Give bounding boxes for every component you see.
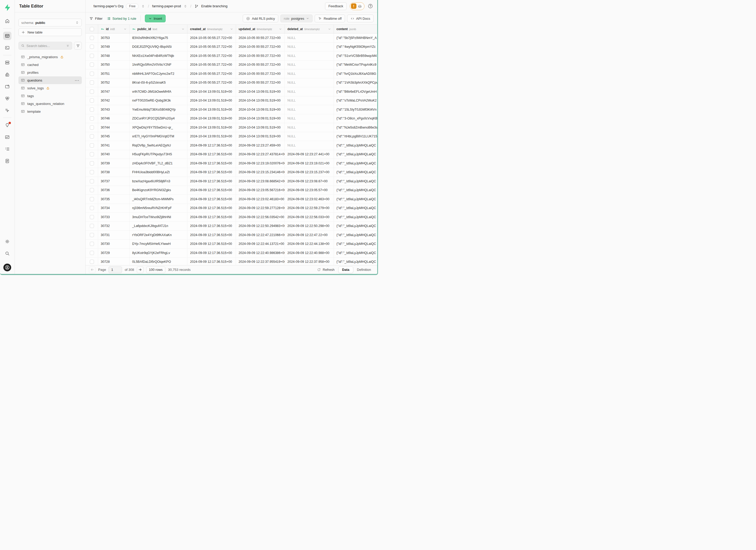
project-switcher-icon[interactable]	[184, 4, 187, 8]
cell-public-id[interactable]: RiqOV6p_5wihLeIAEQyhU	[130, 141, 187, 150]
cell-content[interactable]: {"id":"_Id9aLyJpMHQLaiQC	[334, 204, 377, 213]
cell-deleted-at[interactable]: NULL	[285, 105, 334, 114]
schema-selector[interactable]: schema: public	[18, 19, 82, 26]
cell-content[interactable]: {"id":"_Id9aLyJpMHQLaiQC	[334, 240, 377, 249]
cell-updated-at[interactable]: 2024-09-09 12:23:08.668542+00	[236, 177, 285, 186]
nav-database[interactable]	[3, 58, 11, 67]
cell-updated-at[interactable]: 2024-09-09 12:22:59.277128+00	[236, 204, 285, 213]
cell-content[interactable]: {"id":"MeWCriorTPopA4Kc9	[334, 61, 377, 69]
cell-id[interactable]: 30738	[98, 168, 130, 177]
cell-id[interactable]: 30733	[98, 213, 130, 222]
cell-public-id[interactable]: zHDq4c0F0VBF_TL2_dBZ1	[130, 159, 187, 168]
account-avatar[interactable]	[3, 264, 11, 271]
cell-public-id[interactable]: YwEmuWdqT38XoSB048QYp	[130, 105, 187, 114]
cell-deleted-at[interactable]: 2024-09-09 12:22:40.988+00	[285, 249, 334, 257]
cell-created-at[interactable]: 2024-09-09 12:17:36.515+00	[187, 249, 236, 257]
cell-content[interactable]: {"id":"4wyNgK55lOfrpmYZc	[334, 43, 377, 51]
row-checkbox-cell[interactable]	[86, 231, 98, 239]
cell-id[interactable]: 30740	[98, 150, 130, 159]
cell-public-id[interactable]: nj336mN5reuRVNZrKHFpF	[130, 204, 187, 213]
enable-branching-button[interactable]: Enable branching	[201, 4, 227, 8]
cell-public-id[interactable]: 8KraI-tSI-6-pSZcknaK5	[130, 78, 187, 87]
cell-public-id[interactable]: FHHUioa3bidd00BHyLeZt	[130, 168, 187, 177]
sidebar-table-item[interactable]: profiles	[18, 69, 82, 76]
cell-created-at[interactable]: 2024-10-05 00:55:27.722+00	[187, 43, 236, 51]
cell-created-at[interactable]: 2024-09-09 12:17:36.515+00	[187, 168, 236, 177]
sidebar-table-item[interactable]: tags_questions_relation	[18, 100, 82, 108]
api-docs-button[interactable]: API Docs	[347, 15, 374, 22]
cell-id[interactable]: 30739	[98, 159, 130, 168]
cell-updated-at[interactable]: 2024-09-09 12:22:44.13721+00	[236, 240, 285, 249]
help-icon[interactable]	[368, 3, 373, 9]
cell-id[interactable]: 30750	[98, 61, 130, 69]
cell-content[interactable]: {"id":"_Id9aLyJpMHQLaiQC	[334, 177, 377, 186]
search-icon[interactable]	[3, 249, 11, 258]
cell-public-id[interactable]: 3muDHTceTWso9lZj8hHNI	[130, 213, 187, 222]
table-filter-button[interactable]	[74, 42, 82, 50]
cell-created-at[interactable]: 2024-09-09 12:17:36.515+00	[187, 195, 236, 204]
cell-public-id[interactable]: lEfA0sRh9hIXf62Y6ga75	[130, 33, 187, 42]
cell-updated-at[interactable]: 2024-09-09 12:23:19.020076+00	[236, 159, 285, 168]
cell-created-at[interactable]: 2024-09-09 12:17:36.515+00	[187, 240, 236, 249]
notifications-button[interactable]: !	[350, 2, 365, 10]
chevron-down-icon[interactable]	[230, 28, 233, 31]
role-selector-button[interactable]: role postgres	[280, 15, 313, 22]
cell-created-at[interactable]: 2024-10-05 00:55:27.722+00	[187, 69, 236, 78]
cell-deleted-at[interactable]: 2024-09-09 12:23:15.237+00	[285, 168, 334, 177]
cell-content[interactable]: {"id":"_Id9aLyJpMHQLaiQC	[334, 231, 377, 239]
new-table-button[interactable]: New table	[18, 28, 82, 36]
cell-created-at[interactable]: 2024-10-04 13:09:01.519+00	[187, 132, 236, 141]
cell-public-id[interactable]: rYbORF2e4YgDt9fKAXaKn	[130, 231, 187, 239]
cell-deleted-at[interactable]: NULL	[285, 78, 334, 87]
cell-created-at[interactable]: 2024-09-09 12:17:36.515+00	[187, 213, 236, 222]
cell-deleted-at[interactable]: NULL	[285, 69, 334, 78]
cell-deleted-at[interactable]: 2024-09-09 12:22:59.279+00	[285, 204, 334, 213]
row-checkbox-cell[interactable]	[86, 240, 98, 249]
row-checkbox-cell[interactable]	[86, 105, 98, 114]
cell-updated-at[interactable]: 2024-10-05 00:55:27.722+00	[236, 69, 285, 78]
next-page-button[interactable]	[137, 266, 144, 273]
cell-updated-at[interactable]: 2024-10-05 00:55:27.722+00	[236, 51, 285, 60]
nav-reports[interactable]	[3, 133, 11, 141]
nav-table-editor[interactable]	[3, 32, 11, 40]
sort-button[interactable]: Sorted by 1 rule	[107, 17, 136, 21]
nav-sql-editor[interactable]	[3, 44, 11, 52]
cell-deleted-at[interactable]: NULL	[285, 43, 334, 51]
cell-content[interactable]: {"id":"15LSIyT0JGMf3Kl4Vn	[334, 105, 377, 114]
cell-public-id[interactable]: 1hnRQjxSRm2V0VticY2NF	[130, 61, 187, 69]
cell-updated-at[interactable]: 2024-09-09 12:23:02.46183+00	[236, 195, 285, 204]
cell-deleted-at[interactable]: NULL	[285, 132, 334, 141]
cell-public-id[interactable]: nxFT002ISeRE-Qobg3K3k	[130, 96, 187, 105]
chevron-down-icon[interactable]	[124, 28, 127, 31]
cell-content[interactable]: {"id":"NJe5s8ZmBwnoB6e3s	[334, 123, 377, 132]
column-header-updated-at[interactable]: updated_attimestamptz	[236, 25, 285, 33]
chevron-down-icon[interactable]	[328, 28, 331, 31]
cell-content[interactable]: {"id":"_Id9aLyJpMHQLaiQC	[334, 186, 377, 195]
cell-id[interactable]: 30732	[98, 222, 130, 231]
cell-deleted-at[interactable]: NULL	[285, 123, 334, 132]
row-checkbox-cell[interactable]	[86, 43, 98, 51]
cell-deleted-at[interactable]: 2024-09-09 12:23:19.021+00	[285, 159, 334, 168]
tab-data[interactable]: Data	[338, 266, 353, 273]
cell-updated-at[interactable]: 2024-10-05 00:55:27.722+00	[236, 33, 285, 42]
cell-public-id[interactable]: _La6pddxcKJIbgufATJ1n	[130, 222, 187, 231]
cell-created-at[interactable]: 2024-10-05 00:55:27.722+00	[187, 51, 236, 60]
cell-updated-at[interactable]: 2024-10-04 13:09:01.519+00	[236, 114, 285, 123]
cell-id[interactable]: 30747	[98, 87, 130, 96]
cell-updated-at[interactable]: 2024-09-09 12:22:56.03542+00	[236, 213, 285, 222]
page-number-input[interactable]	[109, 266, 122, 273]
nav-advisors[interactable]	[3, 121, 11, 129]
chevron-down-icon[interactable]	[279, 28, 282, 31]
row-checkbox-cell[interactable]	[86, 87, 98, 96]
cell-deleted-at[interactable]: NULL	[285, 141, 334, 150]
cell-created-at[interactable]: 2024-10-04 13:09:01.519+00	[187, 87, 236, 96]
column-header-created-at[interactable]: created_attimestamptz	[187, 25, 236, 33]
cell-id[interactable]: 30748	[98, 51, 130, 60]
add-rls-policy-button[interactable]: Add RLS policy	[243, 15, 278, 22]
search-tables-input[interactable]: Search tables...	[18, 42, 72, 50]
table-options-icon[interactable]: ···	[75, 78, 80, 82]
cell-created-at[interactable]: 2024-10-04 13:09:01.519+00	[187, 96, 236, 105]
cell-created-at[interactable]: 2024-09-09 12:17:36.515+00	[187, 231, 236, 239]
row-checkbox-cell[interactable]	[86, 69, 98, 78]
column-header-public-id[interactable]: public_idtext	[130, 25, 187, 33]
